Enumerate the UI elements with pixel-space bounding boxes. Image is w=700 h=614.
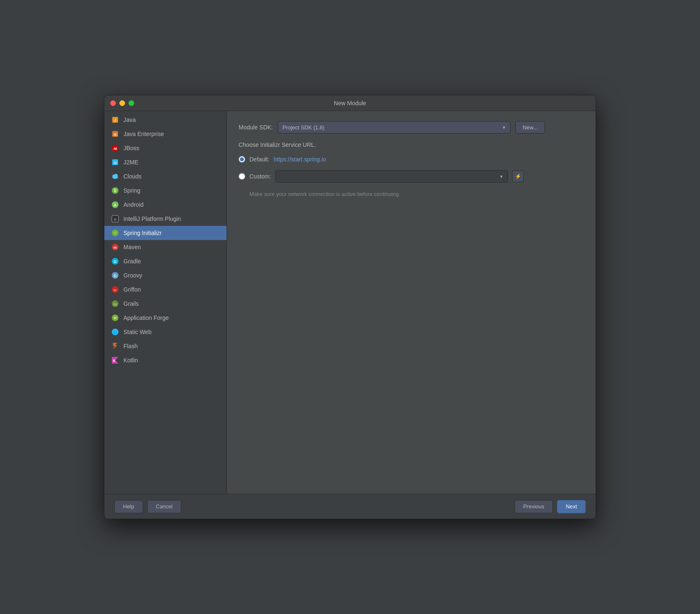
close-button[interactable] <box>110 100 116 106</box>
help-button[interactable]: Help <box>114 500 143 513</box>
custom-dropdown-icon[interactable]: ▼ <box>499 174 503 179</box>
sidebar-item-label-spring: Spring <box>123 187 140 194</box>
sidebar-item-label-android: Android <box>123 201 143 208</box>
svg-text:🌐: 🌐 <box>113 330 117 334</box>
svg-text:G: G <box>113 260 116 264</box>
traffic-lights <box>110 100 134 106</box>
svg-text:IJ: IJ <box>114 218 116 221</box>
sidebar-item-java[interactable]: JJava <box>104 113 227 127</box>
sidebar: JJavaJEJava EnterpriseJBJBossJ2J2MECloud… <box>104 111 227 494</box>
sidebar-item-label-jboss: JBoss <box>123 145 139 151</box>
svg-text:J2: J2 <box>113 161 117 164</box>
svg-text:⚒: ⚒ <box>113 316 117 320</box>
sidebar-item-label-kotlin: Kotlin <box>123 357 138 364</box>
android-icon: A <box>111 201 119 209</box>
static-web-icon: 🌐 <box>111 328 119 336</box>
browse-icon: ⚡ <box>515 173 521 179</box>
sidebar-item-label-application-forge: Application Forge <box>123 314 169 321</box>
sdk-select-value: Project SDK (1.8) <box>282 124 500 131</box>
kotlin-icon: K <box>111 356 119 364</box>
svg-point-10 <box>114 174 118 177</box>
spring-initializr-icon: 🌱 <box>111 229 119 237</box>
choose-url-text: Choose Initializr Service URL. <box>239 141 316 148</box>
sidebar-item-intellij[interactable]: IJIntelliJ Platform Plugin <box>104 212 227 226</box>
footer-left: Help Cancel <box>114 500 181 513</box>
maven-icon: m <box>111 243 119 251</box>
default-radio-row: Default: https://start.spring.io <box>239 156 584 163</box>
svg-text:Gr: Gr <box>113 289 117 292</box>
sidebar-item-java-enterprise[interactable]: JEJava Enterprise <box>104 127 227 141</box>
svg-text:Gr: Gr <box>113 303 117 306</box>
sidebar-item-label-clouds: Clouds <box>123 173 142 180</box>
clouds-icon <box>111 172 119 181</box>
sidebar-item-j2me[interactable]: J2J2ME <box>104 155 227 169</box>
module-sdk-label: Module SDK: <box>239 124 273 131</box>
sidebar-item-label-maven: Maven <box>123 244 141 250</box>
sidebar-item-gradle[interactable]: GGradle <box>104 254 227 268</box>
sidebar-item-static-web[interactable]: 🌐Static Web <box>104 325 227 339</box>
new-module-window: New Module JJavaJEJava EnterpriseJBJBoss… <box>104 95 596 519</box>
svg-marker-33 <box>113 343 117 349</box>
svg-text:J: J <box>114 118 116 122</box>
sidebar-item-clouds[interactable]: Clouds <box>104 169 227 183</box>
titlebar: New Module <box>104 95 596 111</box>
sidebar-item-label-java: Java <box>123 116 136 123</box>
sidebar-item-application-forge[interactable]: ⚒Application Forge <box>104 311 227 325</box>
svg-text:S: S <box>114 188 117 193</box>
network-note: Make sure your network connection is act… <box>239 191 400 197</box>
new-sdk-button[interactable]: New... <box>515 121 545 134</box>
default-url-link[interactable]: https://start.spring.io <box>274 156 326 163</box>
svg-text:G: G <box>113 274 116 278</box>
maximize-button[interactable] <box>128 100 134 106</box>
svg-text:A: A <box>114 203 117 207</box>
custom-radio[interactable] <box>239 173 245 180</box>
flash-icon <box>111 342 119 350</box>
sidebar-item-jboss[interactable]: JBJBoss <box>104 141 227 155</box>
intellij-icon: IJ <box>111 215 119 223</box>
svg-text:JB: JB <box>113 147 117 151</box>
custom-url-input[interactable] <box>280 173 499 180</box>
sidebar-item-flash[interactable]: Flash <box>104 339 227 353</box>
sdk-dropdown-arrow-icon: ▼ <box>502 125 506 130</box>
custom-radio-label: Custom: <box>249 173 271 180</box>
custom-browse-button[interactable]: ⚡ <box>512 171 524 182</box>
main-content: JJavaJEJava EnterpriseJBJBossJ2J2MECloud… <box>104 111 596 494</box>
svg-text:m: m <box>113 245 117 250</box>
sidebar-item-spring-initializr[interactable]: 🌱Spring Initializr <box>104 226 227 240</box>
sdk-select[interactable]: Project SDK (1.8) ▼ <box>278 121 510 134</box>
main-panel: Module SDK: Project SDK (1.8) ▼ New... C… <box>227 111 596 494</box>
sidebar-item-label-intellij: IntelliJ Platform Plugin <box>123 215 181 222</box>
custom-radio-row: Custom: ▼ ⚡ <box>239 170 584 183</box>
sidebar-item-grails[interactable]: GrGrails <box>104 297 227 311</box>
sidebar-item-spring[interactable]: SSpring <box>104 183 227 198</box>
sidebar-item-maven[interactable]: mMaven <box>104 240 227 254</box>
sidebar-item-android[interactable]: AAndroid <box>104 198 227 212</box>
previous-button[interactable]: Previous <box>515 500 553 513</box>
griffon-icon: Gr <box>111 285 119 294</box>
default-radio[interactable] <box>239 156 245 163</box>
next-button[interactable]: Next <box>557 500 586 513</box>
groovy-icon: G <box>111 271 119 280</box>
choose-url-label: Choose Initializr Service URL. <box>239 141 584 149</box>
module-sdk-row: Module SDK: Project SDK (1.8) ▼ New... <box>239 121 584 134</box>
cancel-button[interactable]: Cancel <box>147 500 181 513</box>
sidebar-item-label-static-web: Static Web <box>123 329 151 335</box>
jboss-icon: JB <box>111 144 119 152</box>
gradle-icon: G <box>111 257 119 265</box>
sidebar-item-label-spring-initializr: Spring Initializr <box>123 230 162 236</box>
window-title: New Module <box>334 100 366 106</box>
sidebar-item-kotlin[interactable]: KKotlin <box>104 353 227 367</box>
default-radio-label: Default: <box>249 156 269 163</box>
minimize-button[interactable] <box>119 100 125 106</box>
network-note-container: Make sure your network connection is act… <box>239 190 584 198</box>
sidebar-item-label-grails: Grails <box>123 300 139 307</box>
java-enterprise-icon: JE <box>111 130 119 138</box>
sidebar-item-label-gradle: Gradle <box>123 258 141 265</box>
svg-text:JE: JE <box>113 133 117 136</box>
svg-text:🌱: 🌱 <box>113 231 117 235</box>
java-icon: J <box>111 116 119 124</box>
sidebar-item-griffon[interactable]: GrGriffon <box>104 282 227 297</box>
sidebar-item-groovy[interactable]: GGroovy <box>104 268 227 282</box>
footer-right: Previous Next <box>515 500 586 513</box>
sidebar-item-label-groovy: Groovy <box>123 272 142 279</box>
